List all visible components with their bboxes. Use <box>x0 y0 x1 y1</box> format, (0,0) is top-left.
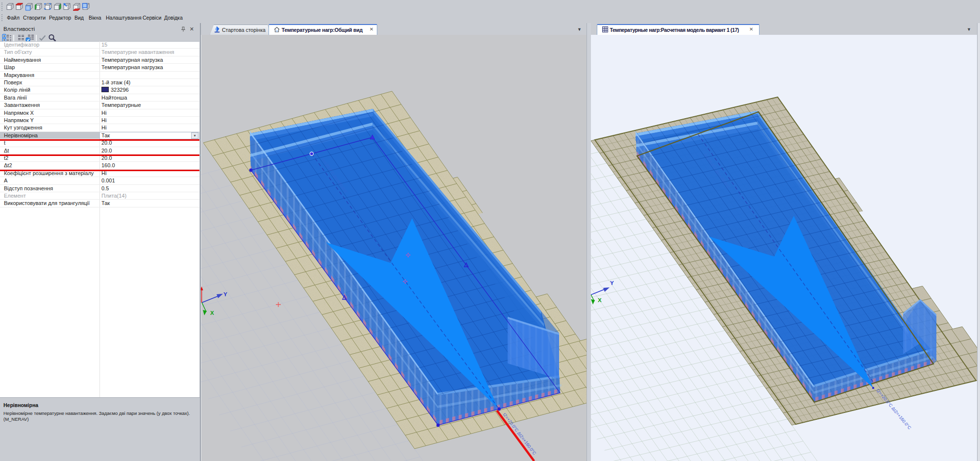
svg-text:Y: Y <box>223 291 227 297</box>
svg-text:X: X <box>598 297 602 303</box>
svg-text:Y: Y <box>610 280 614 286</box>
svg-text:X: X <box>210 310 214 316</box>
